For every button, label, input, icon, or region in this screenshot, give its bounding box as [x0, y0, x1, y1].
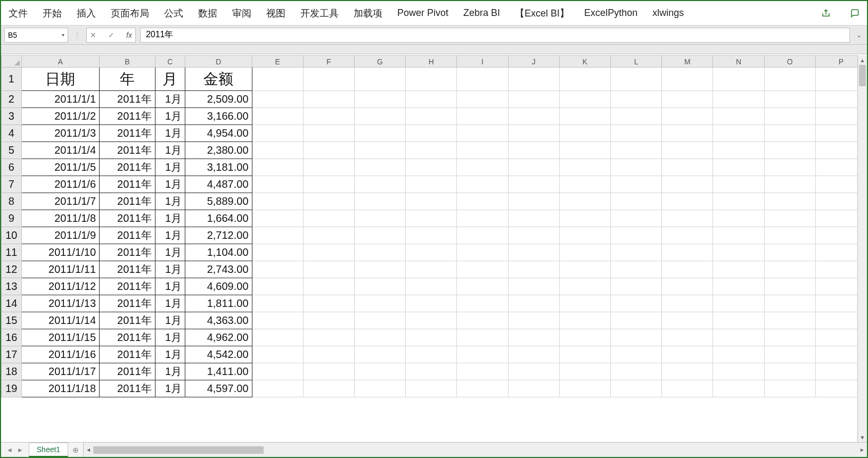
- cell-F18[interactable]: [303, 363, 354, 380]
- ribbon-tab-powerpivot[interactable]: Power Pivot: [397, 7, 448, 19]
- cell-B12[interactable]: 2011年: [100, 261, 155, 278]
- cell-H3[interactable]: [406, 108, 457, 125]
- cell-C8[interactable]: 1月: [155, 193, 185, 210]
- cell-H16[interactable]: [406, 329, 457, 346]
- scroll-right-icon[interactable]: ►: [857, 447, 867, 453]
- ribbon-tab-excelpython[interactable]: ExcelPython: [584, 7, 637, 19]
- cell-N19[interactable]: [713, 380, 764, 397]
- share-icon[interactable]: [819, 6, 833, 20]
- cell-B9[interactable]: 2011年: [100, 210, 155, 227]
- column-header-K[interactable]: K: [559, 56, 610, 68]
- cell-K11[interactable]: [559, 244, 610, 261]
- cell-H18[interactable]: [406, 363, 457, 380]
- cell-J12[interactable]: [508, 261, 559, 278]
- cell-F10[interactable]: [303, 227, 354, 244]
- cell-D13[interactable]: 4,609.00: [185, 278, 252, 295]
- cell-O16[interactable]: [764, 329, 815, 346]
- column-header-B[interactable]: B: [100, 56, 155, 68]
- cell-N4[interactable]: [713, 125, 764, 142]
- sheet-nav-prev-icon[interactable]: ◄: [6, 446, 13, 454]
- cell-F8[interactable]: [303, 193, 354, 210]
- cell-B10[interactable]: 2011年: [100, 227, 155, 244]
- cell-O7[interactable]: [764, 176, 815, 193]
- row-header-16[interactable]: 16: [2, 329, 22, 346]
- cell-I13[interactable]: [457, 278, 508, 295]
- cell-K16[interactable]: [559, 329, 610, 346]
- cell-O14[interactable]: [764, 295, 815, 312]
- new-sheet-icon[interactable]: ⊕: [68, 443, 83, 457]
- chevron-down-icon[interactable]: ▾: [62, 32, 64, 38]
- cell-C2[interactable]: 1月: [155, 91, 185, 108]
- cell-G12[interactable]: [354, 261, 405, 278]
- cell-B5[interactable]: 2011年: [100, 142, 155, 159]
- horizontal-scrollbar[interactable]: ◄ ►: [83, 443, 867, 457]
- cell-I17[interactable]: [457, 346, 508, 363]
- row-header-5[interactable]: 5: [2, 142, 22, 159]
- cell-H6[interactable]: [406, 159, 457, 176]
- cell-K13[interactable]: [559, 278, 610, 295]
- cell-L18[interactable]: [610, 363, 661, 380]
- cell-F5[interactable]: [303, 142, 354, 159]
- cancel-icon[interactable]: ✕: [90, 31, 96, 39]
- cell-M6[interactable]: [662, 159, 713, 176]
- cell-D2[interactable]: 2,509.00: [185, 91, 252, 108]
- row-header-4[interactable]: 4: [2, 125, 22, 142]
- cell-K12[interactable]: [559, 261, 610, 278]
- cell-G16[interactable]: [354, 329, 405, 346]
- row-header-11[interactable]: 11: [2, 244, 22, 261]
- cell-M16[interactable]: [662, 329, 713, 346]
- cell-O17[interactable]: [764, 346, 815, 363]
- cell-G6[interactable]: [354, 159, 405, 176]
- cell-O11[interactable]: [764, 244, 815, 261]
- cell-F16[interactable]: [303, 329, 354, 346]
- cell-C3[interactable]: 1月: [155, 108, 185, 125]
- cell-D9[interactable]: 1,664.00: [185, 210, 252, 227]
- cell-N8[interactable]: [713, 193, 764, 210]
- cell-I2[interactable]: [457, 91, 508, 108]
- cell-B13[interactable]: 2011年: [100, 278, 155, 295]
- cell-A18[interactable]: 2011/1/17: [21, 363, 99, 380]
- ribbon-tab-pagelayout[interactable]: 页面布局: [111, 7, 149, 20]
- cell-C16[interactable]: 1月: [155, 329, 185, 346]
- scroll-down-icon[interactable]: ▼: [858, 432, 867, 442]
- ribbon-tab-zebrabi[interactable]: Zebra BI: [463, 7, 500, 19]
- cell-C19[interactable]: 1月: [155, 380, 185, 397]
- cell-A8[interactable]: 2011/1/7: [21, 193, 99, 210]
- cell-G15[interactable]: [354, 312, 405, 329]
- cell-B18[interactable]: 2011年: [100, 363, 155, 380]
- cell-A6[interactable]: 2011/1/5: [21, 159, 99, 176]
- cell-F11[interactable]: [303, 244, 354, 261]
- cell-J9[interactable]: [508, 210, 559, 227]
- cell-E19[interactable]: [252, 380, 303, 397]
- cell-C14[interactable]: 1月: [155, 295, 185, 312]
- cell-E9[interactable]: [252, 210, 303, 227]
- cell-O18[interactable]: [764, 363, 815, 380]
- cell-J8[interactable]: [508, 193, 559, 210]
- cell-H10[interactable]: [406, 227, 457, 244]
- cell-M2[interactable]: [662, 91, 713, 108]
- cell-C17[interactable]: 1月: [155, 346, 185, 363]
- cell-J18[interactable]: [508, 363, 559, 380]
- formula-input[interactable]: 2011年: [140, 28, 850, 43]
- row-header-14[interactable]: 14: [2, 295, 22, 312]
- cell-M12[interactable]: [662, 261, 713, 278]
- cell-F13[interactable]: [303, 278, 354, 295]
- cell-C4[interactable]: 1月: [155, 125, 185, 142]
- cell-N11[interactable]: [713, 244, 764, 261]
- cell-B14[interactable]: 2011年: [100, 295, 155, 312]
- cell-B11[interactable]: 2011年: [100, 244, 155, 261]
- row-header-10[interactable]: 10: [2, 227, 22, 244]
- cell-C11[interactable]: 1月: [155, 244, 185, 261]
- cell-F7[interactable]: [303, 176, 354, 193]
- cell-F4[interactable]: [303, 125, 354, 142]
- cell-M17[interactable]: [662, 346, 713, 363]
- cell-D18[interactable]: 1,411.00: [185, 363, 252, 380]
- cell-K9[interactable]: [559, 210, 610, 227]
- cell-E3[interactable]: [252, 108, 303, 125]
- cell-D15[interactable]: 4,363.00: [185, 312, 252, 329]
- cell-D8[interactable]: 5,889.00: [185, 193, 252, 210]
- cell-I4[interactable]: [457, 125, 508, 142]
- cell-C15[interactable]: 1月: [155, 312, 185, 329]
- cell-G17[interactable]: [354, 346, 405, 363]
- cell-O19[interactable]: [764, 380, 815, 397]
